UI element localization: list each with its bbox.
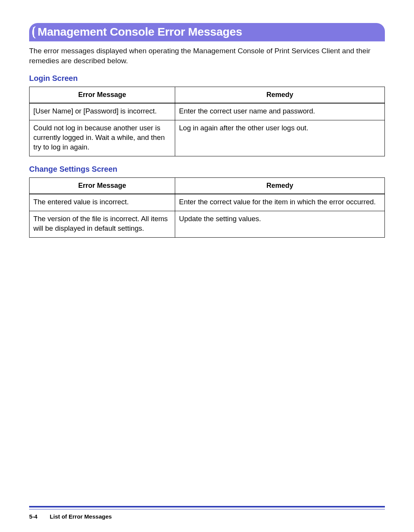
cell-remedy: Update the setting values. xyxy=(175,211,385,238)
table-header-row: Error Message Remedy xyxy=(30,178,385,194)
table-row: Could not log in because another user is… xyxy=(30,120,385,156)
cell-remedy: Enter the correct value for the item in … xyxy=(175,194,385,211)
footer-rule xyxy=(29,506,385,507)
cell-remedy: Enter the correct user name and password… xyxy=(175,103,385,120)
footer-text: 5-4 List of Error Messages xyxy=(29,513,112,520)
col-header-error-message: Error Message xyxy=(30,178,175,194)
error-table-change-settings: Error Message Remedy The entered value i… xyxy=(29,177,385,238)
table-header-row: Error Message Remedy xyxy=(30,87,385,103)
cell-error-message: [User Name] or [Password] is incorrect. xyxy=(30,103,175,120)
section-heading-change-settings: Change Settings Screen xyxy=(29,165,385,174)
error-table-login: Error Message Remedy [User Name] or [Pas… xyxy=(29,87,385,156)
page-number: 5-4 xyxy=(29,513,38,520)
chapter-title: List of Error Messages xyxy=(50,513,112,520)
cell-remedy: Log in again after the other user logs o… xyxy=(175,120,385,156)
page-banner: ( Management Console Error Messages xyxy=(29,23,385,41)
banner-title-text: Management Console Error Messages xyxy=(38,25,242,38)
col-header-error-message: Error Message xyxy=(30,87,175,103)
intro-paragraph: The error messages displayed when operat… xyxy=(29,46,385,66)
cell-error-message: The entered value is incorrect. xyxy=(30,194,175,211)
cell-error-message: Could not log in because another user is… xyxy=(30,120,175,156)
table-row: The version of the file is incorrect. Al… xyxy=(30,211,385,238)
section-heading-login: Login Screen xyxy=(29,74,385,83)
col-header-remedy: Remedy xyxy=(175,178,385,194)
table-row: The entered value is incorrect. Enter th… xyxy=(30,194,385,211)
col-header-remedy: Remedy xyxy=(175,87,385,103)
cell-error-message: The version of the file is incorrect. Al… xyxy=(30,211,175,238)
banner-decor-paren: ( xyxy=(31,24,36,39)
table-row: [User Name] or [Password] is incorrect. … xyxy=(30,103,385,120)
